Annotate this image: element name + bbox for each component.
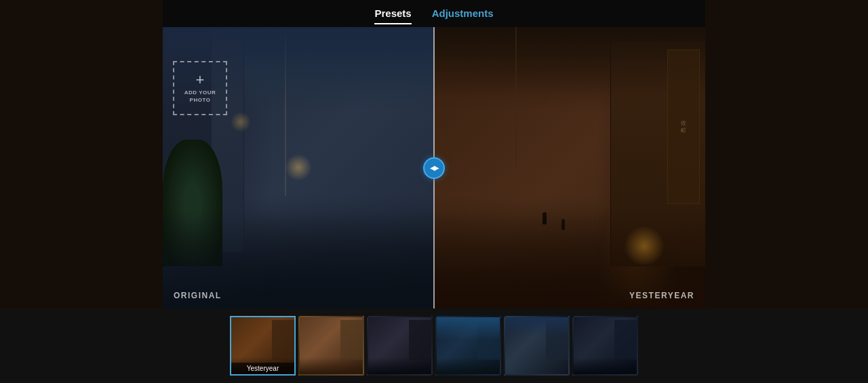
tab-adjustments[interactable]: Adjustments <box>432 3 494 24</box>
add-photo-button[interactable]: + ADD YOUR PHOTO <box>173 61 227 115</box>
thumbnail-2[interactable] <box>298 316 364 376</box>
thumbnail-1-label: Yesteryear <box>231 363 294 374</box>
thumbnail-strip: Yesteryear <box>0 308 868 383</box>
thumbnail-6[interactable] <box>572 316 638 376</box>
viewer-area: 佐町 ORIGINAL YESTERYEAR + ADD YOUR PHOTO <box>163 27 705 308</box>
thumbnail-3[interactable] <box>367 316 433 376</box>
tab-presets[interactable]: Presets <box>374 3 411 24</box>
thumbnail-5[interactable] <box>504 316 570 376</box>
tab-bar: Presets Adjustments <box>0 0 868 27</box>
thumbnail-1[interactable]: Yesteryear <box>230 316 296 376</box>
yesteryear-label: YESTERYEAR <box>629 291 694 300</box>
split-handle[interactable] <box>423 157 445 179</box>
viewer-inner: 佐町 ORIGINAL YESTERYEAR + ADD YOUR PHOTO <box>163 27 705 308</box>
add-photo-text: ADD YOUR PHOTO <box>184 89 216 104</box>
yesteryear-image: 佐町 <box>434 27 705 308</box>
original-label: ORIGINAL <box>174 291 222 300</box>
plus-icon: + <box>196 73 205 87</box>
thumbnail-4[interactable] <box>435 316 501 376</box>
